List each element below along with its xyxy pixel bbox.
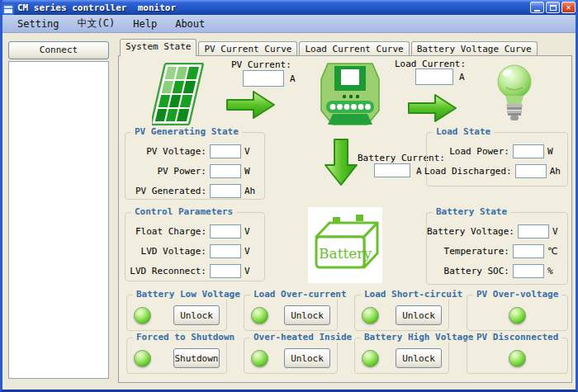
app-window: CM series controller monitor ✕ Setting 中… <box>0 0 578 392</box>
tab-pv-current-curve[interactable]: PV Current Curve <box>198 41 297 56</box>
menu-chinese[interactable]: 中文(C) <box>69 15 125 32</box>
menu-about[interactable]: About <box>166 17 214 31</box>
status-group-load-short-circuit: Load Short-circuit Unlock <box>354 295 449 331</box>
status-group-battery-low-voltage: Battery Low Voltage Unlock <box>126 295 227 331</box>
pv-over-voltage-led <box>509 307 526 324</box>
lvd-reconnect-unit: V <box>244 266 258 276</box>
pv-voltage-input[interactable] <box>210 144 241 158</box>
battery-state-title: Battery State <box>433 206 510 217</box>
pv-generated-input[interactable] <box>210 184 241 198</box>
lvd-voltage-unit: V <box>244 246 258 257</box>
load-power-unit: W <box>547 146 561 157</box>
status-title-forced-to-shutdown: Forced to Shutdown <box>133 332 238 342</box>
status-group-pv-over-voltage: PV Over-voltage <box>467 295 568 331</box>
bulb-icon <box>495 63 534 127</box>
battery-high-voltage-led <box>362 350 379 367</box>
battery-low-voltage-led <box>134 307 151 324</box>
forced-to-shutdown-button[interactable]: Shutdown <box>173 348 220 368</box>
temperature-input[interactable] <box>513 244 544 258</box>
status-group-load-over-current: Load Over-current Unlock <box>244 295 338 331</box>
battery-current-unit: A <box>416 166 422 177</box>
battery-high-voltage-unlock-button[interactable]: Unlock <box>396 348 442 368</box>
pv-power-input[interactable] <box>210 164 241 178</box>
pv-generated-unit: Ah <box>244 186 258 196</box>
load-flow-arrow-icon <box>407 92 458 127</box>
load-state-group: Load State Load Power:W Load Discharged:… <box>426 132 568 187</box>
pv-voltage-label: PV Voltage: <box>146 146 206 157</box>
pv-current-unit: A <box>290 73 296 84</box>
window-title: CM series controller monitor <box>17 2 176 13</box>
temperature-unit: ℃ <box>547 246 561 257</box>
load-power-label: Load Power: <box>449 146 509 157</box>
battery-voltage-label: Battery Voltage: <box>427 226 514 237</box>
load-power-input[interactable] <box>513 144 544 158</box>
load-current-unit: A <box>459 72 465 83</box>
load-state-title: Load State <box>433 126 494 137</box>
minimize-button[interactable] <box>530 2 544 13</box>
status-group-over-heated-inside: Over-heated Inside Unlock <box>244 338 338 374</box>
connect-button[interactable]: Connect <box>8 41 109 59</box>
tab-control: System State PV Current Curve Load Curre… <box>118 39 572 383</box>
pv-power-label: PV Power: <box>157 166 206 177</box>
status-title-load-over-current: Load Over-current <box>250 289 350 300</box>
pv-voltage-unit: V <box>244 146 258 157</box>
pv-current-input[interactable] <box>243 70 284 87</box>
control-parameters-group: Control Parameters Float Charge:V LVD Vo… <box>125 212 265 281</box>
temperature-label: Temperature: <box>444 246 509 257</box>
maximize-button[interactable] <box>546 2 560 13</box>
battery-icon: Battery <box>308 207 382 286</box>
load-discharged-input[interactable] <box>515 164 547 178</box>
lvd-reconnect-input[interactable] <box>210 264 241 278</box>
tab-load-current-curve[interactable]: Load Current Curve <box>299 41 409 56</box>
control-parameters-title: Control Parameters <box>131 206 236 217</box>
pv-power-unit: W <box>244 166 258 177</box>
load-discharged-label: Load Discharged: <box>424 166 512 177</box>
tab-strip: System State PV Current Curve Load Curre… <box>118 39 572 56</box>
forced-to-shutdown-led <box>134 350 151 367</box>
battery-state-group: Battery State Battery Voltage:V Temperat… <box>426 212 568 285</box>
battery-flow-arrow-icon <box>324 138 358 191</box>
close-button[interactable]: ✕ <box>561 2 576 13</box>
menubar: Setting 中文(C) Help About <box>0 15 578 33</box>
battery-icon-text: Battery <box>319 245 372 262</box>
pv-generated-label: PV Generated: <box>135 186 206 196</box>
solar-panel-icon <box>152 63 206 129</box>
battery-soc-unit: % <box>547 266 561 276</box>
lvd-reconnect-label: LVD Reconnect: <box>130 266 206 276</box>
battery-current-input[interactable] <box>374 163 410 177</box>
status-group-battery-high-voltage: Battery High Voltage Unlock <box>354 338 449 374</box>
tab-system-state[interactable]: System State <box>120 39 197 56</box>
battery-voltage-unit: V <box>552 226 561 237</box>
over-heated-inside-led <box>251 350 268 367</box>
status-title-pv-disconnected: PV Disconnected <box>473 332 561 342</box>
controller-icon <box>320 61 381 129</box>
load-over-current-unlock-button[interactable]: Unlock <box>284 305 330 325</box>
pv-generating-state-group: PV Generating State PV Voltage:V PV Powe… <box>125 132 265 200</box>
status-group-forced-to-shutdown: Forced to Shutdown Shutdown <box>126 338 227 374</box>
tab-battery-voltage-curve[interactable]: Battery Voltage Curve <box>411 41 538 56</box>
float-charge-label: Float Charge: <box>135 226 206 237</box>
battery-voltage-input[interactable] <box>518 224 549 239</box>
menu-help[interactable]: Help <box>124 17 166 31</box>
load-short-circuit-unlock-button[interactable]: Unlock <box>396 305 442 325</box>
device-listbox[interactable] <box>8 61 109 379</box>
load-over-current-led <box>251 307 268 324</box>
over-heated-inside-unlock-button[interactable]: Unlock <box>284 348 330 368</box>
status-title-battery-low-voltage: Battery Low Voltage <box>133 289 244 300</box>
status-title-load-short-circuit: Load Short-circuit <box>361 289 466 300</box>
pv-disconnected-led <box>509 350 526 367</box>
battery-soc-label: Battery SOC: <box>444 266 509 276</box>
load-current-input[interactable] <box>415 68 453 85</box>
battery-low-voltage-unlock-button[interactable]: Unlock <box>173 305 220 325</box>
pv-generating-state-title: PV Generating State <box>131 126 242 137</box>
load-short-circuit-led <box>362 307 379 324</box>
lvd-voltage-input[interactable] <box>210 244 241 258</box>
system-state-panel: PV Current: A L <box>118 55 572 383</box>
menu-setting[interactable]: Setting <box>8 17 69 31</box>
app-icon <box>2 2 14 13</box>
battery-soc-input[interactable] <box>513 264 544 278</box>
float-charge-input[interactable] <box>210 224 241 239</box>
pv-current-label: PV Current: <box>231 59 291 70</box>
load-discharged-unit: Ah <box>550 166 561 177</box>
float-charge-unit: V <box>244 226 258 237</box>
